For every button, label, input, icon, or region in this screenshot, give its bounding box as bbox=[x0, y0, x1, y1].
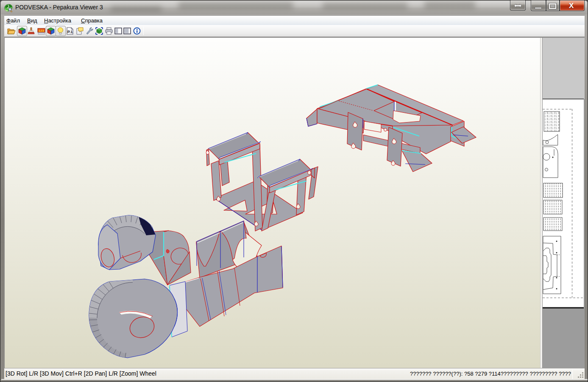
svg-text:123: 123 bbox=[39, 29, 45, 33]
svg-text:P.1: P.1 bbox=[67, 30, 72, 34]
